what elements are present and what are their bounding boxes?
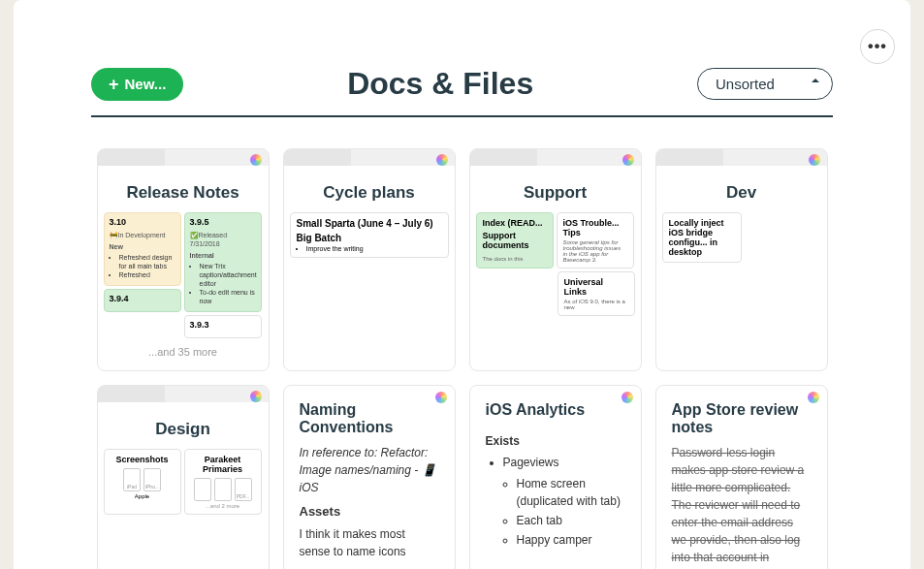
doc-app-store-review[interactable]: App Store review notes Password-less log…	[655, 385, 828, 569]
preview-label: Apple	[111, 493, 175, 499]
doc-naming-conventions[interactable]: Naming Conventions In reference to: Refa…	[283, 385, 456, 569]
preview-thumb	[194, 478, 211, 501]
color-dot-icon	[436, 154, 448, 166]
doc-ios-analytics[interactable]: iOS Analytics Exists Pageviews Home scre…	[469, 385, 642, 569]
mini-card: iOS Trouble... Tips Some general tips fo…	[557, 212, 634, 269]
color-dot-icon	[621, 392, 633, 403]
mini-card: 3.9.4	[104, 289, 181, 312]
doc-list-item: Pageviews	[503, 454, 625, 471]
color-dot-icon	[250, 391, 262, 402]
color-dot-icon	[250, 154, 262, 166]
mini-bullet: New Trix caption/attachment editor	[200, 262, 256, 288]
doc-body: Password-less login makes app store revi…	[656, 444, 827, 566]
folder-grid: Release Notes 3.10 🚧In Development New R…	[97, 117, 828, 569]
mini-card-title: Small Sparta (June 4 – July 6)	[297, 218, 442, 229]
mini-card-body: As of iOS 9.0, there is a new	[564, 299, 628, 310]
doc-title: iOS Analytics	[470, 386, 641, 427]
color-dot-icon	[808, 392, 819, 403]
plus-icon: +	[109, 76, 119, 93]
mini-card-title: Screenshots	[111, 455, 175, 464]
sort-select-wrap: Unsorted	[697, 68, 833, 100]
mini-card-note: The docs in this	[483, 256, 547, 262]
mini-card-status: 🚧In Development	[110, 231, 175, 239]
color-dot-icon	[809, 154, 820, 166]
preview-thumb: iPho...	[143, 468, 161, 491]
folder-design[interactable]: Design Screenshots iPad iPho... Apple Pa…	[97, 385, 270, 569]
doc-subhead: Assets	[300, 502, 439, 522]
mini-bullet: Refreshed design for all main tabs	[119, 253, 175, 270]
doc-title: App Store review notes	[656, 386, 827, 444]
doc-text-strikethrough: Password-less login makes app store revi…	[672, 446, 805, 564]
doc-title: Naming Conventions	[284, 386, 455, 444]
mini-card-body: Some general tips for troubleshooting is…	[563, 239, 627, 263]
folder-tab	[655, 148, 828, 166]
doc-list-item: Each tab	[517, 512, 625, 529]
mini-bullet: To-do edit menu is now	[200, 288, 256, 305]
mini-card-title: 3.9.3	[190, 320, 256, 332]
preview-thumb: PDF...	[235, 478, 252, 501]
new-button[interactable]: + New...	[91, 68, 183, 101]
mini-card-title: Parakeet Primaries	[191, 455, 255, 474]
mini-bullet: Refreshed	[119, 270, 175, 279]
mini-card-sub: Support documents	[483, 231, 547, 250]
mini-card: Small Sparta (June 4 – July 6) Big Batch…	[290, 212, 449, 258]
mini-card: 3.9.3	[184, 315, 262, 338]
folder-tab	[97, 148, 270, 166]
folder-title: Cycle plans	[284, 166, 455, 212]
folder-title: Dev	[656, 166, 827, 212]
page-title: Docs & Files	[183, 66, 697, 102]
mini-bullet: Improve the writing	[306, 245, 442, 252]
ellipsis-icon: •••	[868, 38, 887, 55]
folder-support[interactable]: Support Index (READ... Support documents…	[469, 148, 642, 371]
folder-tab	[97, 385, 270, 402]
doc-subhead: Exists	[486, 432, 625, 450]
folder-cycle-plans[interactable]: Cycle plans Small Sparta (June 4 – July …	[283, 148, 456, 371]
mini-card: 3.9.5 ✅Released 7/31/2018 Internal New T…	[184, 212, 262, 312]
doc-body: In reference to: Refactor: Image names/n…	[284, 444, 455, 560]
new-button-label: New...	[125, 76, 167, 92]
sort-select[interactable]: Unsorted	[697, 68, 833, 100]
and-more-label: ...and 2 more	[191, 503, 255, 509]
mini-card-title: Locally inject iOS bridge configu... in …	[669, 218, 735, 257]
mini-card-label: Internal	[190, 251, 256, 260]
mini-card-title: 3.9.4	[110, 294, 175, 305]
doc-list-item: Happy camper	[517, 531, 625, 549]
folder-title: Release Notes	[98, 166, 269, 212]
doc-text: I think it makes most sense to name icon…	[300, 525, 439, 560]
mini-card-title: iOS Trouble... Tips	[563, 218, 627, 237]
mini-card-title: Index (READ...	[483, 218, 547, 228]
folder-dev[interactable]: Dev Locally inject iOS bridge configu...…	[655, 148, 828, 371]
page-header: + New... Docs & Files Unsorted	[91, 66, 833, 117]
mini-card: Universal Links As of iOS 9.0, there is …	[558, 271, 635, 316]
doc-body: Exists Pageviews Home screen (duplicated…	[470, 432, 641, 549]
mini-card: Screenshots iPad iPho... Apple	[104, 449, 181, 515]
folder-release-notes[interactable]: Release Notes 3.10 🚧In Development New R…	[97, 148, 270, 371]
preview-thumb	[214, 478, 232, 501]
more-options-button[interactable]: •••	[860, 29, 895, 64]
doc-reference: In reference to: Refactor: Image names/n…	[300, 446, 436, 494]
mini-card-title: Universal Links	[564, 277, 628, 297]
mini-card: Locally inject iOS bridge configu... in …	[662, 212, 742, 263]
mini-card-title: 3.9.5	[190, 217, 256, 229]
folder-tab	[283, 148, 456, 166]
preview-thumb: iPad	[123, 468, 141, 491]
color-dot-icon	[622, 154, 634, 166]
folder-tab	[469, 148, 642, 166]
mini-card: 3.10 🚧In Development New Refreshed desig…	[104, 212, 181, 286]
folder-title: Design	[98, 402, 269, 449]
folder-title: Support	[470, 166, 641, 212]
mini-card-label: New	[110, 242, 175, 251]
mini-card-status: ✅Released 7/31/2018	[190, 231, 256, 248]
doc-list-item: Home screen (duplicated with tab)	[517, 475, 625, 510]
mini-card: Index (READ... Support documents The doc…	[476, 212, 554, 269]
mini-card-title: 3.10	[110, 217, 175, 229]
and-more-label: ...and 35 more	[98, 338, 269, 365]
color-dot-icon	[435, 392, 447, 403]
mini-card: Parakeet Primaries PDF... ...and 2 more	[184, 449, 262, 515]
mini-card-sub: Big Batch	[297, 233, 442, 243]
